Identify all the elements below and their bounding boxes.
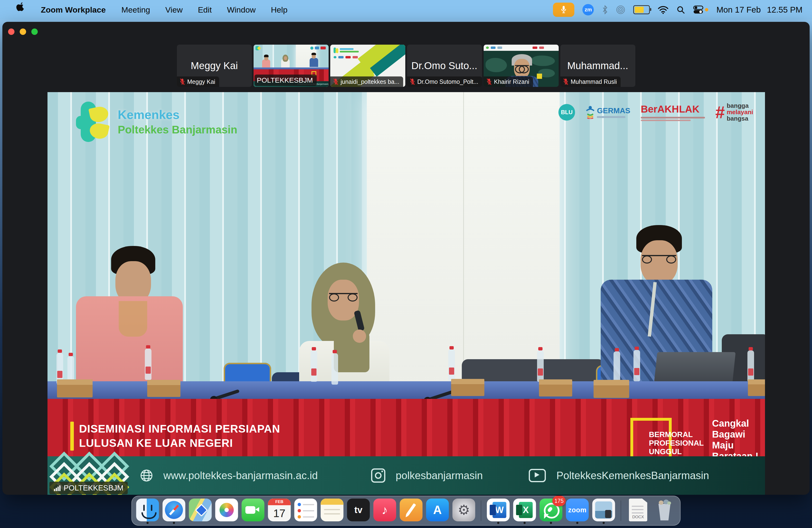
participant-tile-muhammad-rusli[interactable]: Muhammad... Muhammad Rusli — [560, 45, 635, 87]
menu-help[interactable]: Help — [264, 0, 294, 19]
participant-tile-junaidi-screenshare[interactable]: junaidi_poltekkes ba... — [330, 45, 405, 87]
globe-icon — [140, 469, 153, 482]
dock: FEB 17 tv ♪ — [132, 496, 681, 526]
germas-text: GERMAS — [597, 106, 630, 115]
blu-logo: BLU — [559, 104, 575, 121]
mic-in-use-indicator[interactable] — [553, 3, 574, 17]
control-center-icon[interactable] — [693, 5, 708, 14]
tagline-block: Cangkal Bagawi Maju Barataan ! — [712, 418, 758, 461]
dock-apple-tv[interactable]: tv — [347, 498, 370, 524]
bangga-melayani-bangsa-logo: # bangga melayani bangsa — [715, 103, 753, 122]
window-controls — [8, 29, 38, 35]
mini-logo-row — [334, 56, 358, 58]
dock-app-store[interactable]: A — [426, 498, 449, 524]
mini-yellow-logo — [537, 74, 542, 79]
menubar-clock[interactable]: Mon 17 Feb 12.55 PM — [716, 5, 802, 14]
facetime-icon — [242, 499, 264, 522]
menu-app-name[interactable]: Zoom Workplace — [34, 0, 113, 19]
footer-instagram: polkesbanjarmasin — [396, 470, 483, 482]
desktop: Zoom Workplace Meeting View Edit Window … — [0, 0, 812, 528]
muted-mic-icon — [179, 78, 186, 85]
running-indicator — [550, 522, 552, 524]
word-icon: W — [487, 499, 510, 522]
finder-icon — [136, 499, 159, 522]
participant-label: Muhammad Rusli — [560, 76, 621, 87]
menu-view[interactable]: View — [159, 0, 189, 19]
wifi-icon[interactable] — [658, 5, 668, 14]
motto-block: BERMORAL PROFESIONAL UNGGUL Cangkal Baga… — [630, 418, 758, 461]
zoom-meeting-window: Meggy Kai Meggy Kai — [2, 22, 810, 495]
minimize-window-button[interactable] — [20, 29, 26, 35]
mini-kemenkes-logo — [333, 47, 362, 54]
dock-trash[interactable] — [653, 498, 676, 524]
dock-reminders[interactable] — [294, 498, 317, 524]
running-indicator — [146, 522, 149, 524]
youtube-icon — [529, 469, 546, 482]
dock-facetime[interactable] — [242, 498, 264, 524]
muted-mic-icon — [486, 78, 492, 85]
dock-pages[interactable] — [400, 498, 423, 524]
participant-label: junaidi_poltekkes ba... — [330, 76, 403, 87]
menu-meeting[interactable]: Meeting — [115, 0, 157, 19]
settings-gear-icon — [452, 499, 475, 522]
instagram-icon — [371, 468, 385, 483]
spotlight-search-icon[interactable] — [677, 5, 685, 14]
participant-label: POLTEKKESBJM — [255, 75, 317, 86]
airplay-radar-icon[interactable] — [616, 5, 625, 14]
dock-photo-booth[interactable] — [592, 498, 615, 524]
apple-logo-icon — [16, 2, 25, 13]
participant-filmstrip: Meggy Kai Meggy Kai — [2, 45, 810, 87]
participant-tile-meggy-kai[interactable]: Meggy Kai Meggy Kai — [177, 45, 252, 87]
event-title-line1: DISEMINASI INFORMASI PERSIAPAN — [79, 422, 280, 436]
tagline-line3: Maju — [712, 440, 758, 451]
dock-system-settings[interactable] — [452, 498, 475, 524]
menu-window[interactable]: Window — [220, 0, 262, 19]
dock-music[interactable]: ♪ — [374, 498, 396, 524]
microphone-icon — [561, 5, 567, 14]
reminders-icon — [294, 499, 317, 522]
dock-photos[interactable] — [215, 498, 238, 524]
dock-docx-file[interactable]: DOCX — [627, 498, 650, 524]
active-speaker-label: POLTEKKESBJM — [49, 482, 128, 494]
menu-edit[interactable]: Edit — [191, 0, 218, 19]
tagline-line1: Cangkal — [712, 418, 758, 429]
battery-icon[interactable] — [633, 5, 650, 14]
dock-zoom[interactable]: zoom — [566, 498, 589, 524]
zoom-menubar-icon[interactable]: zm — [582, 4, 594, 15]
dock-word[interactable]: W — [487, 498, 510, 524]
title-accent-bar — [70, 422, 74, 451]
event-title: DISEMINASI INFORMASI PERSIAPAN LULUSAN K… — [70, 422, 280, 451]
dock-calendar[interactable]: FEB 17 — [268, 498, 291, 524]
germas-figure-icon — [585, 106, 595, 119]
connection-signal-icon — [54, 485, 61, 492]
calendar-icon: FEB 17 — [268, 499, 291, 522]
dock-excel[interactable]: X — [513, 498, 536, 524]
apple-tv-icon: tv — [347, 499, 370, 522]
main-speaker-video[interactable]: DISEMINASI INFORMASI PERSIAPAN LULUSAN K… — [47, 92, 765, 495]
dock-finder[interactable] — [136, 498, 159, 524]
close-window-button[interactable] — [8, 29, 14, 35]
apple-menu[interactable] — [10, 0, 32, 19]
photos-icon — [215, 499, 238, 522]
trash-full-icon — [655, 499, 674, 522]
participant-tile-khairir-rizani[interactable]: Khairir Rizani — [484, 45, 559, 87]
footer-youtube: PoltekkesKemenkesBanjarmasin — [556, 470, 709, 482]
running-indicator — [497, 522, 499, 524]
germas-logo: GERMAS — [585, 106, 630, 119]
zoom-window-button[interactable] — [31, 29, 38, 35]
menubar-date: Mon 17 Feb — [716, 5, 761, 14]
dock-whatsapp[interactable]: 175 — [540, 498, 563, 524]
running-indicator — [523, 522, 526, 524]
bluetooth-icon[interactable] — [602, 5, 608, 14]
docx-file-icon: DOCX — [629, 499, 648, 522]
participant-tile-poltekkesbjm-active-speaker[interactable]: PoltekkesKemenkesBanjarmasin POLTEKKESBJ… — [253, 45, 329, 87]
dock-safari[interactable] — [163, 498, 186, 524]
mic-active-dot — [705, 8, 708, 11]
excel-icon: X — [513, 499, 536, 522]
muted-mic-icon — [563, 78, 569, 85]
dock-maps[interactable] — [189, 498, 212, 524]
participant-tile-dr-omo[interactable]: Dr.Omo Suto... Dr.Omo Sutomo_Polt... — [407, 45, 482, 87]
dock-notes[interactable] — [321, 498, 344, 524]
dock-divider — [621, 500, 621, 521]
muted-mic-icon — [409, 78, 416, 85]
